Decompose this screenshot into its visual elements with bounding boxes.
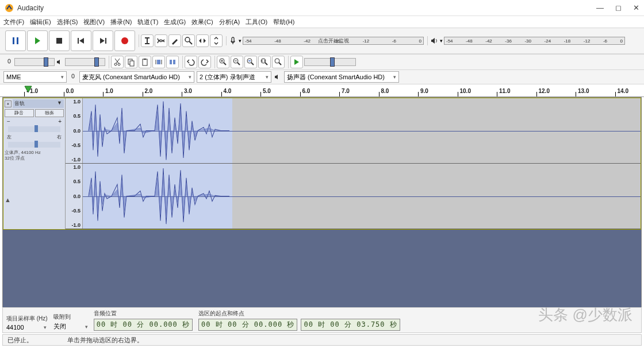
svg-line-34 bbox=[265, 63, 267, 65]
selection-end-field[interactable]: 00 时 00 分 03.750 秒 bbox=[301, 319, 400, 331]
selection-start-field[interactable]: 00 时 00 分 00.000 秒 bbox=[198, 319, 297, 331]
redo-button[interactable] bbox=[198, 56, 211, 68]
playback-meter[interactable]: -54-48-42-36-30-24-18-12-60 bbox=[444, 37, 625, 45]
svg-rect-16 bbox=[143, 59, 147, 65]
track-name-dropdown[interactable]: 音轨▼ bbox=[13, 99, 64, 108]
track-area: × 音轨▼ 静音 独奏 −+ 左右 立体声, 44100 Hz32位 浮点 ▲ … bbox=[2, 97, 642, 310]
svg-rect-4 bbox=[78, 38, 79, 44]
silence-button[interactable] bbox=[166, 56, 179, 68]
draw-tool-icon[interactable] bbox=[168, 34, 181, 47]
skip-start-button[interactable] bbox=[71, 30, 91, 51]
track-gain-slider[interactable] bbox=[8, 126, 60, 132]
menu-edit[interactable]: 编辑(E) bbox=[30, 18, 51, 26]
zoom-toggle-button[interactable] bbox=[272, 56, 285, 68]
stop-button[interactable] bbox=[49, 30, 70, 51]
svg-rect-8 bbox=[145, 37, 150, 38]
menu-view[interactable]: 视图(V) bbox=[83, 18, 105, 26]
selection-tool-icon[interactable] bbox=[141, 34, 154, 47]
svg-rect-18 bbox=[157, 60, 160, 64]
zoom-in-button[interactable] bbox=[217, 56, 229, 68]
vertical-scale[interactable]: 1.00.50.0-0.5-1.0 bbox=[66, 98, 83, 163]
mic-small-icon bbox=[5, 58, 13, 66]
track-pan-slider[interactable] bbox=[8, 142, 60, 148]
menu-tracks[interactable]: 轨道(T) bbox=[137, 18, 158, 26]
menu-transport[interactable]: 播录(N) bbox=[110, 18, 132, 26]
close-button[interactable]: ✕ bbox=[633, 3, 639, 12]
mute-button[interactable]: 静音 bbox=[5, 109, 34, 117]
playback-device-select[interactable]: 扬声器 (Conexant SmartAudio HD) bbox=[284, 71, 399, 83]
fit-selection-button[interactable] bbox=[244, 56, 257, 68]
trim-button[interactable] bbox=[152, 56, 165, 68]
zoom-tool-icon[interactable] bbox=[182, 34, 195, 47]
cut-button[interactable] bbox=[111, 56, 124, 68]
play-meter-dropdown-icon[interactable]: ▾ bbox=[440, 38, 443, 44]
recording-device-select[interactable]: 麦克风 (Conexant SmartAudio HD) bbox=[79, 71, 194, 83]
playback-speed-slider[interactable] bbox=[304, 58, 356, 66]
record-meter-toolbar: ▾ -54-48-42-36 点击开始监视 -12-60 bbox=[226, 36, 425, 45]
svg-point-13 bbox=[118, 63, 120, 65]
tools-toolbar bbox=[139, 34, 224, 47]
multi-tool-icon[interactable] bbox=[210, 34, 223, 47]
svg-line-26 bbox=[224, 63, 226, 65]
waveform-left[interactable] bbox=[83, 98, 641, 163]
paste-button[interactable] bbox=[139, 56, 151, 68]
rec-meter-dropdown-icon[interactable]: ▾ bbox=[239, 38, 241, 44]
svg-point-35 bbox=[275, 59, 279, 63]
maximize-button[interactable]: ◻ bbox=[615, 3, 622, 12]
track-control-panel[interactable]: × 音轨▼ 静音 独奏 −+ 左右 立体声, 44100 Hz32位 浮点 ▲ bbox=[3, 98, 66, 229]
svg-rect-2 bbox=[17, 37, 18, 44]
snap-to-select[interactable]: 关闭 bbox=[53, 322, 88, 331]
svg-line-29 bbox=[237, 63, 240, 65]
menu-help[interactable]: 帮助(H) bbox=[273, 18, 294, 26]
menu-generate[interactable]: 生成(G) bbox=[164, 18, 186, 26]
waveform-right[interactable] bbox=[83, 164, 641, 229]
undo-button[interactable] bbox=[185, 56, 197, 68]
timeshift-tool-icon[interactable] bbox=[196, 34, 209, 47]
menu-select[interactable]: 选择(S) bbox=[57, 18, 78, 26]
copy-button[interactable] bbox=[125, 56, 137, 68]
svg-rect-9 bbox=[145, 43, 150, 44]
record-meter[interactable]: -54-48-42-36 点击开始监视 -12-60 bbox=[243, 37, 424, 45]
vertical-scale[interactable]: 1.00.50.0-0.5-1.0 bbox=[66, 164, 83, 229]
play-at-speed-button[interactable] bbox=[290, 56, 303, 68]
track-collapse-icon[interactable]: ▲ bbox=[5, 196, 11, 203]
audio-position-label: 音频位置 bbox=[94, 310, 193, 318]
svg-rect-21 bbox=[170, 60, 172, 64]
menu-file[interactable]: 文件(F) bbox=[3, 18, 24, 26]
minimize-button[interactable]: — bbox=[596, 3, 604, 12]
svg-line-32 bbox=[251, 63, 254, 65]
project-rate-select[interactable]: 44100 bbox=[6, 324, 47, 331]
status-hint: 单击并拖动选区的右边界。 bbox=[67, 336, 143, 345]
svg-point-12 bbox=[114, 63, 117, 65]
record-button[interactable] bbox=[114, 30, 135, 51]
playatspeed-toolbar bbox=[288, 56, 358, 68]
svg-line-11 bbox=[189, 41, 192, 44]
selection-label: 选区的起点和终点 bbox=[198, 310, 400, 318]
audio-host-select[interactable]: MME bbox=[3, 71, 67, 83]
menu-tools[interactable]: 工具(O) bbox=[246, 18, 267, 26]
menu-analyze[interactable]: 分析(A) bbox=[219, 18, 240, 26]
skip-end-button[interactable] bbox=[93, 30, 113, 51]
pause-button[interactable] bbox=[5, 30, 26, 51]
solo-button[interactable]: 独奏 bbox=[35, 109, 64, 117]
play-button[interactable] bbox=[27, 30, 48, 51]
svg-point-6 bbox=[121, 37, 128, 44]
track-close-button[interactable]: × bbox=[5, 100, 12, 107]
edit-toolbar bbox=[109, 56, 181, 68]
timeline-ruler[interactable]: - 1.00.01.02.03.04.05.06.07.08.09.010.01… bbox=[0, 84, 644, 97]
svg-point-10 bbox=[185, 37, 190, 42]
svg-rect-15 bbox=[130, 61, 134, 66]
svg-rect-17 bbox=[144, 59, 146, 60]
fit-project-button[interactable] bbox=[258, 56, 271, 68]
playback-volume-slider[interactable] bbox=[65, 58, 105, 66]
speaker-device-icon bbox=[274, 73, 282, 81]
play-meter-toolbar: ▾ -54-48-42-36-30-24-18-12-60 bbox=[427, 36, 627, 45]
zoom-out-button[interactable] bbox=[231, 56, 243, 68]
recording-channels-select[interactable]: 2 (立体声) 录制声道 bbox=[197, 71, 271, 83]
transport-toolbar bbox=[3, 30, 137, 51]
menu-effect[interactable]: 效果(C) bbox=[191, 18, 213, 26]
audio-position-field[interactable]: 00 时 00 分 00.000 秒 bbox=[94, 319, 193, 331]
envelope-tool-icon[interactable] bbox=[155, 34, 167, 47]
svg-rect-31 bbox=[248, 60, 251, 61]
record-volume-slider[interactable] bbox=[14, 58, 55, 66]
